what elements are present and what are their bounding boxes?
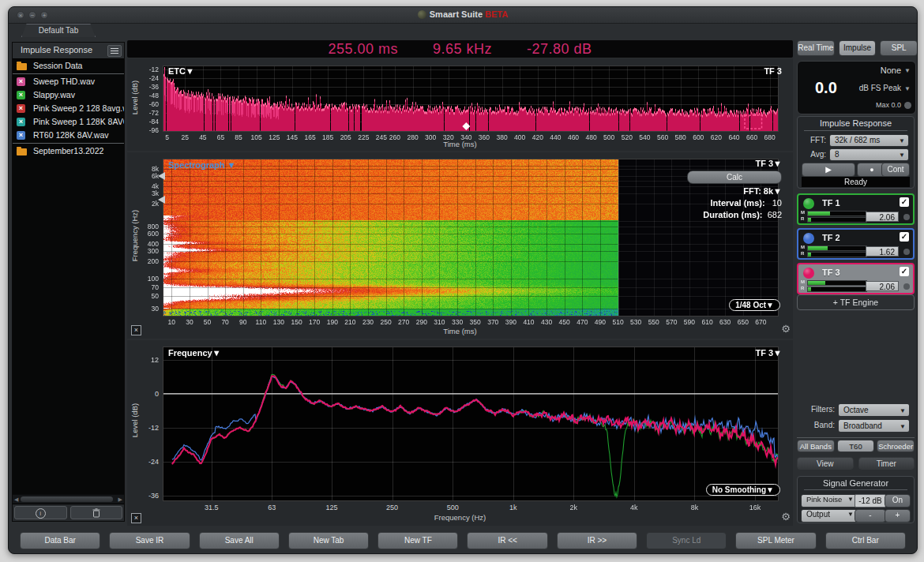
spectrograph-controls: TF 3▼ Calc FFT: 8k▼ Interval (ms): 10 Du…: [687, 159, 782, 222]
fft-dropdown[interactable]: 32k / 682 ms▼: [829, 134, 909, 147]
sidebar-item-session-data[interactable]: Session Data: [13, 59, 124, 73]
save-all-button[interactable]: Save All: [199, 532, 280, 549]
all-bands-button[interactable]: All Bands: [797, 440, 835, 452]
tf-color-indicator[interactable]: [803, 268, 814, 279]
sidebar-item-rt60-128k-8av-wav[interactable]: RT60 128K 8AV.wav×: [13, 129, 124, 142]
tab-default[interactable]: Default Tab: [21, 24, 96, 37]
tf-engine-3[interactable]: TF 3✓MR2.06: [797, 263, 915, 294]
close-pane-icon[interactable]: ×: [131, 513, 141, 523]
meter-max-reset-button[interactable]: [904, 102, 911, 109]
meter-max-label[interactable]: Max 0.0: [876, 101, 901, 109]
timer-button[interactable]: Timer: [858, 457, 915, 470]
sync-ld-button[interactable]: Sync Ld: [646, 532, 727, 549]
band-dropdown[interactable]: Broadband▼: [838, 419, 910, 433]
sidebar-item-slappy-wav[interactable]: Slappy.wav×: [13, 88, 124, 102]
spectrograph-marker-icon[interactable]: [158, 172, 165, 180]
close-pane-icon[interactable]: ×: [131, 325, 141, 335]
scroll-left-icon[interactable]: ◀: [14, 496, 18, 503]
ir--button[interactable]: IR <<: [467, 532, 547, 549]
frequency-tf-selector[interactable]: TF 3▼: [755, 348, 782, 358]
etc-x-tick: 5: [165, 133, 169, 141]
tf-color-indicator[interactable]: [803, 233, 814, 244]
spl-meter-button[interactable]: SPL Meter: [735, 532, 816, 549]
frequency-x-tick: 4k: [630, 504, 638, 511]
spectrograph-y-tick: 600: [135, 230, 159, 238]
tf-track-button[interactable]: [903, 283, 910, 290]
tf-enable-checkbox[interactable]: ✓: [900, 232, 909, 242]
delete-button[interactable]: [70, 506, 123, 519]
scroll-right-icon[interactable]: ▶: [118, 496, 122, 503]
tf-delay-value[interactable]: 2.06: [866, 281, 899, 291]
generator-on-button[interactable]: On: [885, 494, 911, 508]
sidebar-item-pink-sweep-2-128-8avg-wav[interactable]: Pink Sweep 2 128 8avg.wav×: [13, 102, 124, 115]
tf-enable-checkbox[interactable]: ✓: [900, 267, 909, 276]
continuous-button[interactable]: Cont: [881, 163, 910, 177]
generator-routing-dropdown[interactable]: Output▼: [801, 509, 858, 523]
spectrograph-type-selector[interactable]: Spectrograph ▼: [168, 160, 235, 170]
frequency-plot[interactable]: [163, 347, 779, 501]
spectrograph-x-tick: 670: [755, 318, 766, 326]
filters-dropdown[interactable]: Octave▼: [838, 403, 910, 417]
view-button[interactable]: View: [797, 457, 854, 470]
mode-real-time-button[interactable]: Real Time: [797, 40, 835, 56]
meter-input-selector[interactable]: None: [881, 66, 901, 75]
play-button[interactable]: ▶: [802, 163, 855, 177]
spectrograph-tf-selector[interactable]: TF 3▼: [687, 159, 782, 168]
tf-delay-value[interactable]: 2.06: [866, 212, 899, 222]
generator-level-field[interactable]: -12 dB: [855, 494, 886, 508]
schroeder-button[interactable]: Schroeder: [877, 440, 915, 452]
generator-minus-button[interactable]: -: [855, 509, 886, 523]
frequency-y-tick: -12: [135, 424, 159, 432]
smoothing-selector[interactable]: No Smoothing▼: [706, 484, 780, 496]
ir--button[interactable]: IR >>: [557, 532, 637, 549]
etc-x-tick: 45: [199, 133, 206, 141]
spectrograph-x-tick: 490: [595, 318, 606, 326]
meter-unit-selector[interactable]: dB FS Peak: [859, 84, 901, 92]
scrollbar-thumb[interactable]: [21, 496, 113, 502]
sidebar-scrollbar[interactable]: ◀ ▶: [13, 495, 124, 504]
etc-tf-label[interactable]: TF 3: [764, 66, 782, 76]
gear-icon[interactable]: ⚙: [781, 511, 791, 523]
sidebar-item-sweep-thd-wav[interactable]: Sweep THD.wav×: [13, 75, 124, 88]
tf-enable-checkbox[interactable]: ✓: [900, 197, 909, 207]
spectrograph-marker-icon[interactable]: [158, 196, 165, 204]
tf-track-button[interactable]: [903, 249, 910, 255]
input-meter-box: None▼ 0.0 dB FS Peak▼ Max 0.0: [797, 61, 916, 114]
new-tf-button[interactable]: New TF: [377, 532, 458, 549]
ctrl-bar-button[interactable]: Ctrl Bar: [825, 532, 906, 549]
title-bar[interactable]: ×−+ Smaart Suite BETA: [9, 7, 917, 24]
save-ir-button[interactable]: Save IR: [109, 532, 190, 549]
etc-y-tick: -84: [135, 118, 159, 126]
mode-impulse-button[interactable]: Impulse: [839, 40, 877, 56]
gear-icon[interactable]: ⚙: [781, 323, 791, 335]
tf-track-button[interactable]: [903, 214, 910, 220]
t60-button[interactable]: T60: [837, 440, 875, 452]
generator-source-dropdown[interactable]: Pink Noise▼: [801, 494, 858, 508]
spectrograph-x-tick: 470: [577, 318, 588, 326]
etc-y-tick: -60: [135, 100, 159, 108]
frequency-type-selector[interactable]: Frequency▼: [168, 348, 221, 358]
mode-spl-button[interactable]: SPL: [880, 40, 918, 56]
dropdown-arrow-icon: ▼: [212, 348, 221, 358]
tf-engine-1[interactable]: TF 1✓MR2.06: [797, 193, 915, 225]
data-bar-button[interactable]: Data Bar: [20, 532, 100, 549]
sidebar-item-pink-sweep-1-128k-8avg-wav[interactable]: Pink Sweep 1 128K 8AVG.wav×: [13, 115, 124, 129]
tf-engine-2[interactable]: TF 2✓MR1.62: [797, 228, 915, 260]
etc-x-tick: 205: [340, 133, 351, 141]
calc-button[interactable]: Calc: [687, 170, 782, 184]
generator-plus-button[interactable]: +: [885, 509, 911, 523]
etc-plot-type-selector[interactable]: ETC▼: [168, 66, 194, 76]
new-tab-button[interactable]: New Tab: [288, 532, 369, 549]
add-tf-engine-button[interactable]: + TF Engine: [797, 294, 915, 310]
spectrograph-fft-selector[interactable]: FFT: 8k▼: [687, 186, 782, 196]
octave-resolution-selector[interactable]: 1/48 Oct▼: [729, 299, 780, 311]
tf-delay-value[interactable]: 1.62: [866, 246, 899, 257]
avg-dropdown[interactable]: 8▼: [829, 148, 909, 161]
tf-color-indicator[interactable]: [803, 198, 814, 209]
info-button[interactable]: i: [14, 506, 67, 519]
sidebar-item-september13-2022[interactable]: September13.2022: [13, 144, 124, 158]
spectrograph-plot[interactable]: [163, 159, 779, 317]
etc-x-tick: 225: [358, 133, 369, 141]
hamburger-menu-icon[interactable]: [107, 45, 122, 57]
etc-plot[interactable]: [163, 66, 779, 132]
